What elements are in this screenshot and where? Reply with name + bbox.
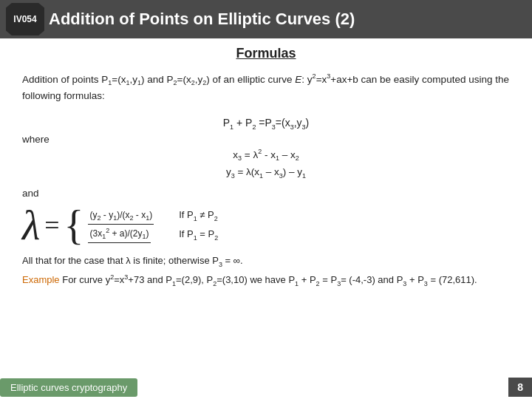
header-badge: IV054: [6, 3, 44, 35]
cases-list: (y2 - y1)/(x2 - x1) (3x12 + a)/(2y1): [86, 208, 155, 243]
fraction-1: (y2 - y1)/(x2 - x1): [88, 208, 154, 225]
main-formula: P1 + P2 =P3=(x3,y3): [22, 117, 510, 131]
where-label: where: [22, 134, 510, 145]
lambda-row: λ = { (y2 - y1)/(x2 - x1) (3x12 + a)/(2y…: [22, 205, 510, 246]
case-1: (y2 - y1)/(x2 - x1): [86, 208, 155, 225]
sub-formulas: x3 = λ2 - x1 – x2 y3 = λ(x1 – x3) – y1: [22, 146, 510, 182]
and-label: and: [22, 188, 510, 199]
fraction-1-numer: (y2 - y1)/(x2 - x1): [88, 208, 154, 225]
case-2: (3x12 + a)/(2y1): [86, 226, 155, 243]
condition-2: If P1 = P2: [179, 227, 218, 243]
badge-text: IV054: [13, 14, 36, 24]
fraction-2: (3x12 + a)/(2y1): [88, 226, 150, 243]
footer-label: Elliptic curves cryptography: [0, 378, 137, 397]
intro-text: Addition of points P1=(x1,y1) and P2=(x2…: [22, 72, 510, 103]
footer: Elliptic curves cryptography 8: [0, 375, 532, 399]
conditions: If P1 ≠ P2 If P1 = P2: [179, 208, 218, 243]
equals-sign: =: [44, 210, 59, 241]
condition-1: If P1 ≠ P2: [179, 208, 218, 224]
big-brace: {: [64, 205, 84, 246]
example-text: Example For curve y2=x3+73 and P1=(2,9),…: [22, 273, 510, 289]
section-title: Formulas: [22, 46, 510, 61]
all-that-text: All that for the case that λ is finite; …: [22, 253, 510, 270]
header: IV054 Addition of Points on Elliptic Cur…: [0, 0, 532, 38]
header-title: Addition of Points on Elliptic Curves (2…: [49, 0, 355, 38]
lambda-symbol: λ: [22, 205, 40, 246]
brace-cases: { (y2 - y1)/(x2 - x1) (3x12 + a)/(2y1): [64, 205, 156, 246]
fraction-2-numer: (3x12 + a)/(2y1): [88, 226, 150, 243]
main-content: Formulas Addition of points P1=(x1,y1) a…: [0, 38, 532, 375]
footer-page: 8: [508, 378, 532, 397]
page-container: IV054 Addition of Points on Elliptic Cur…: [0, 0, 532, 399]
example-label: Example: [22, 275, 60, 286]
